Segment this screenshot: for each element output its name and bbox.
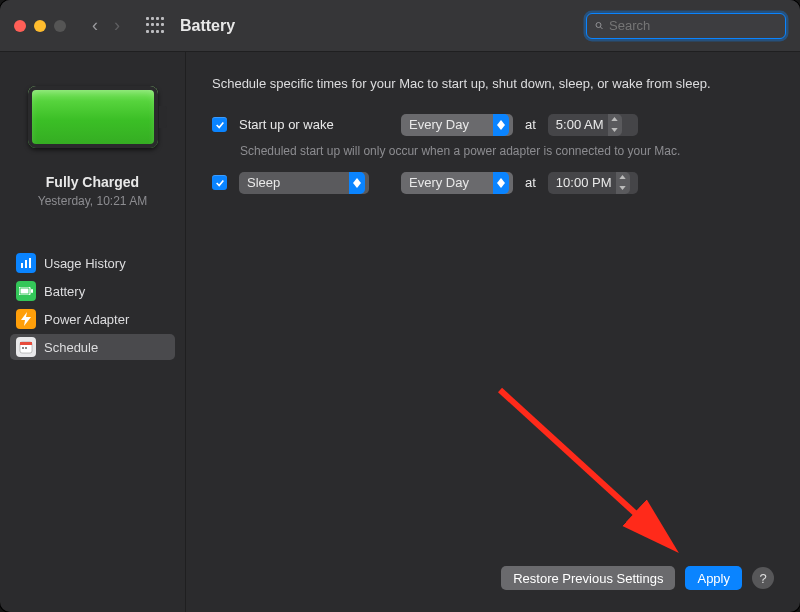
time-stepper[interactable] bbox=[608, 114, 622, 136]
sleep-time-field[interactable]: 10:00 PM bbox=[548, 172, 638, 194]
battery-status-title: Fully Charged bbox=[10, 174, 175, 190]
sidebar-item-label: Usage History bbox=[44, 256, 126, 271]
show-all-icon[interactable] bbox=[146, 17, 164, 35]
sleep-checkbox[interactable] bbox=[212, 175, 227, 190]
time-stepper[interactable] bbox=[616, 172, 630, 194]
chevron-updown-icon bbox=[349, 172, 365, 194]
nav-arrows: ‹ › bbox=[92, 15, 120, 36]
pane-description: Schedule specific times for your Mac to … bbox=[212, 74, 774, 94]
svg-rect-2 bbox=[21, 263, 23, 268]
svg-point-0 bbox=[596, 23, 601, 28]
close-icon[interactable] bbox=[14, 20, 26, 32]
svg-rect-10 bbox=[22, 347, 24, 349]
sidebar-item-label: Power Adapter bbox=[44, 312, 129, 327]
svg-line-12 bbox=[500, 390, 670, 545]
titlebar: ‹ › Battery bbox=[0, 0, 800, 52]
footer: Restore Previous Settings Apply ? bbox=[212, 546, 774, 590]
calendar-icon bbox=[16, 337, 36, 357]
search-field[interactable] bbox=[586, 13, 786, 39]
sidebar-item-label: Battery bbox=[44, 284, 85, 299]
svg-line-1 bbox=[601, 27, 603, 29]
startup-time-field[interactable]: 5:00 AM bbox=[548, 114, 638, 136]
back-button[interactable]: ‹ bbox=[92, 15, 98, 36]
search-icon bbox=[595, 19, 603, 32]
main-pane: Schedule specific times for your Mac to … bbox=[186, 52, 800, 612]
chart-icon bbox=[16, 253, 36, 273]
page-title: Battery bbox=[180, 17, 235, 35]
sidebar-item-label: Schedule bbox=[44, 340, 98, 355]
apply-button[interactable]: Apply bbox=[685, 566, 742, 590]
startup-hint: Scheduled start up will only occur when … bbox=[240, 144, 774, 158]
svg-rect-4 bbox=[29, 258, 31, 268]
help-button[interactable]: ? bbox=[752, 567, 774, 589]
restore-button[interactable]: Restore Previous Settings bbox=[501, 566, 675, 590]
chevron-updown-icon bbox=[493, 114, 509, 136]
battery-graphic-icon bbox=[28, 86, 158, 148]
svg-rect-9 bbox=[20, 342, 32, 345]
sleep-action-select[interactable]: Sleep bbox=[239, 172, 369, 194]
system-preferences-window: ‹ › Battery Fully Charged Yesterday, 10:… bbox=[0, 0, 800, 612]
battery-status-subtitle: Yesterday, 10:21 AM bbox=[10, 194, 175, 208]
sidebar-item-power-adapter[interactable]: Power Adapter bbox=[10, 306, 175, 332]
annotation-arrow-icon bbox=[480, 380, 700, 570]
at-label: at bbox=[525, 175, 536, 190]
startup-label: Start up or wake bbox=[239, 117, 389, 132]
svg-rect-7 bbox=[31, 289, 33, 293]
forward-button[interactable]: › bbox=[114, 15, 120, 36]
startup-checkbox[interactable] bbox=[212, 117, 227, 132]
startup-day-select[interactable]: Every Day bbox=[401, 114, 513, 136]
svg-rect-3 bbox=[25, 260, 27, 268]
chevron-updown-icon bbox=[493, 172, 509, 194]
svg-rect-6 bbox=[21, 289, 29, 294]
window-controls bbox=[14, 20, 66, 32]
zoom-icon[interactable] bbox=[54, 20, 66, 32]
search-input[interactable] bbox=[609, 18, 777, 33]
sleep-day-select[interactable]: Every Day bbox=[401, 172, 513, 194]
sidebar-item-battery[interactable]: Battery bbox=[10, 278, 175, 304]
minimize-icon[interactable] bbox=[34, 20, 46, 32]
battery-icon bbox=[16, 281, 36, 301]
svg-rect-11 bbox=[25, 347, 27, 349]
sidebar: Fully Charged Yesterday, 10:21 AM Usage … bbox=[0, 52, 186, 612]
at-label: at bbox=[525, 117, 536, 132]
bolt-icon bbox=[16, 309, 36, 329]
sidebar-item-schedule[interactable]: Schedule bbox=[10, 334, 175, 360]
sidebar-item-usage-history[interactable]: Usage History bbox=[10, 250, 175, 276]
